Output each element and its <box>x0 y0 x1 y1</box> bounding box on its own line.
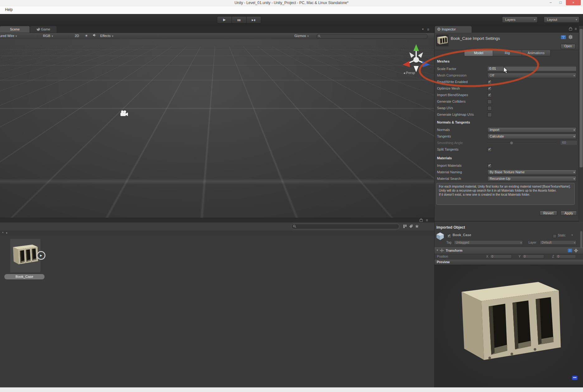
panel-menu-icon[interactable]: ≡ <box>426 218 428 222</box>
open-button[interactable]: Open <box>561 44 576 49</box>
material-naming-dropdown[interactable]: By Base Texture Name▾ <box>487 170 576 175</box>
tab-rig[interactable]: Rig <box>493 50 522 56</box>
gizmos-dropdown[interactable]: Gizmos▾ <box>294 33 309 39</box>
asset-book-case[interactable]: ▶ <box>10 239 40 273</box>
transform-label: Transform <box>446 249 463 252</box>
lower-scrollbar-thumb[interactable] <box>580 231 582 248</box>
generate-colliders-checkbox[interactable] <box>487 100 492 104</box>
panel-menu-icon[interactable]: ≡ <box>575 27 577 31</box>
foldout-triangle-icon[interactable]: ▼ <box>436 249 439 252</box>
project-breadcrumb: * ▸ <box>0 231 434 236</box>
preview-viewport[interactable] <box>435 264 583 387</box>
gear-icon[interactable] <box>574 249 578 253</box>
normals-label: Normals <box>437 128 450 132</box>
preview-header-bar[interactable]: Preview <box>435 259 583 265</box>
project-search-input[interactable] <box>291 224 399 229</box>
close-button[interactable]: × <box>566 0 581 5</box>
read-write-checkbox[interactable] <box>487 80 492 84</box>
scene-search-input[interactable] <box>316 34 428 39</box>
scene-viewport[interactable]: x z ◂ Persp <box>0 39 434 218</box>
2d-toggle[interactable]: 2D <box>75 33 79 39</box>
lock-icon[interactable] <box>420 219 423 222</box>
split-tangents-checkbox[interactable] <box>487 147 492 152</box>
chevron-down-icon: ▾ <box>573 73 575 78</box>
tab-animations[interactable]: Animations <box>522 50 550 56</box>
chevron-down-icon: ▾ <box>573 134 575 139</box>
position-x-field[interactable]: 0 <box>490 254 512 258</box>
revert-button[interactable]: Revert <box>540 211 557 216</box>
layer-dropdown[interactable]: Default▾ <box>540 240 576 245</box>
minimize-button[interactable]: – <box>547 0 555 5</box>
slider-thumb[interactable] <box>510 141 513 145</box>
chevron-down-icon: ▾ <box>52 35 53 38</box>
tab-model[interactable]: Model <box>464 50 493 56</box>
lock-icon[interactable] <box>569 28 572 30</box>
inspector-scrollbar <box>579 26 583 222</box>
help-book-icon[interactable] <box>568 249 572 252</box>
tab-inspector[interactable]: Inspector <box>435 26 472 33</box>
step-button[interactable]: ▶▮ <box>246 16 261 24</box>
lighting-toggle-sun-icon[interactable]: ☀ <box>85 33 88 39</box>
layout-dropdown[interactable]: Layout ▾ <box>544 16 579 23</box>
shading-mode-dropdown[interactable]: Textured Wire▾ <box>0 33 17 39</box>
tab-game[interactable]: Game <box>30 26 57 33</box>
layers-dropdown[interactable]: Layers ▾ <box>502 16 538 23</box>
import-materials-checkbox[interactable] <box>487 164 492 168</box>
z-axis-label: Z <box>552 255 554 258</box>
asset-expand-button[interactable]: ▶ <box>37 251 45 260</box>
smoothing-angle-field[interactable]: 60 <box>560 140 577 145</box>
audio-toggle[interactable] <box>93 33 96 39</box>
scrollbar-thumb[interactable] <box>580 29 583 167</box>
mesh-compression-dropdown[interactable]: Off▾ <box>487 73 576 78</box>
maximize-button[interactable]: □ <box>557 0 565 5</box>
tangents-dropdown[interactable]: Calculate▾ <box>487 134 576 139</box>
notification-icon[interactable] <box>572 376 577 380</box>
help-book-icon[interactable] <box>561 35 566 39</box>
gear-icon[interactable] <box>568 35 573 39</box>
swap-uvs-checkbox[interactable] <box>487 106 492 110</box>
tag-dropdown[interactable]: Untagged▾ <box>454 240 523 245</box>
position-y-field[interactable]: 0 <box>522 254 544 258</box>
favorites-star-icon[interactable]: * <box>2 231 3 235</box>
y-axis-cone[interactable] <box>413 44 419 51</box>
layers-label: Layers <box>505 18 515 21</box>
tab-scene[interactable]: Scene <box>0 26 30 33</box>
search-by-label-icon[interactable] <box>409 224 413 228</box>
gameobject-active-checkbox[interactable] <box>447 234 451 238</box>
effects-dropdown[interactable]: Effects▾ <box>100 33 113 39</box>
asset-label[interactable]: Book_Case <box>4 274 45 279</box>
optimize-mesh-checkbox[interactable] <box>487 86 492 91</box>
scene-orientation-gizmo[interactable]: x z <box>400 43 432 74</box>
swap-uvs-label: Swap UVs <box>437 106 453 110</box>
smoothing-angle-slider[interactable] <box>487 142 556 143</box>
transform-icon <box>440 249 444 253</box>
normals-dropdown[interactable]: Import▾ <box>487 127 576 133</box>
toolbar-separator: | <box>68 33 69 39</box>
read-write-label: Read/Write Enabled <box>437 80 468 84</box>
material-search-dropdown[interactable]: Recursive-Up▾ <box>487 176 576 181</box>
perspective-toggle[interactable]: ◂ Persp <box>403 71 415 75</box>
x-axis-cone[interactable] <box>402 61 410 67</box>
search-by-type-icon[interactable] <box>403 224 407 228</box>
menu-help[interactable]: Help <box>3 7 15 12</box>
z-axis-cone[interactable] <box>422 61 430 67</box>
static-caret-icon[interactable]: ▾ <box>571 234 573 236</box>
panel-caret-icon[interactable]: ▾ <box>422 27 424 31</box>
render-mode-dropdown[interactable]: RGB▾ <box>43 33 53 39</box>
breadcrumb-arrow-icon[interactable]: ▸ <box>6 231 8 234</box>
panel-menu-icon[interactable]: ≡ <box>427 27 429 32</box>
position-z-field[interactable]: 0 <box>556 254 576 258</box>
camera-icon[interactable] <box>120 110 129 117</box>
play-button[interactable]: ▶ <box>217 16 232 24</box>
transform-component-header[interactable]: ▼ Transform <box>435 247 583 254</box>
static-checkbox[interactable] <box>553 234 557 238</box>
pause-button[interactable]: ▮▮ <box>232 16 246 24</box>
blendshapes-checkbox[interactable] <box>487 93 492 97</box>
chevron-down-icon: ▾ <box>520 241 522 245</box>
apply-button[interactable]: Apply <box>561 211 577 216</box>
lightmap-uvs-checkbox[interactable] <box>487 113 492 117</box>
layer-label: Layer <box>529 241 536 244</box>
save-search-star-icon[interactable] <box>415 224 419 228</box>
blendshapes-row: Import BlendShapes <box>437 92 577 98</box>
scale-factor-field[interactable]: 0.01 <box>487 66 576 71</box>
